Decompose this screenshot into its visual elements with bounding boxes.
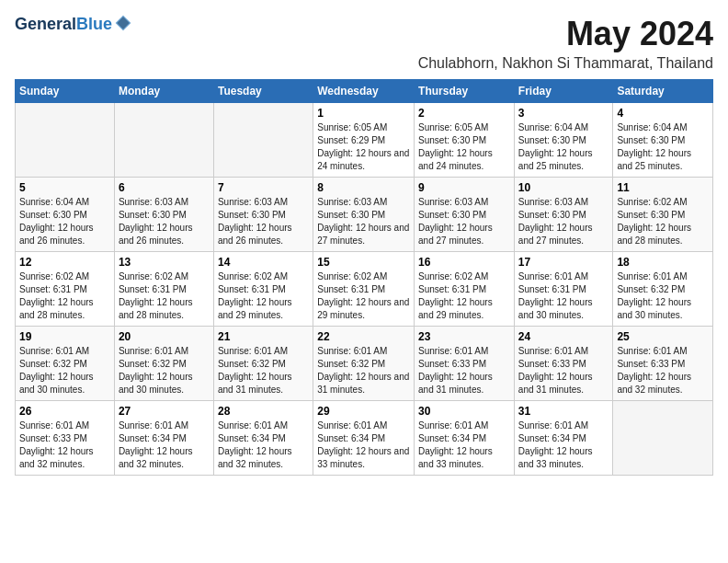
day-info: Sunrise: 6:02 AMSunset: 6:31 PMDaylight:… xyxy=(418,270,510,322)
day-number: 10 xyxy=(518,181,609,194)
calendar-cell: 2Sunrise: 6:05 AMSunset: 6:30 PMDaylight… xyxy=(415,103,515,178)
day-info: Sunrise: 6:01 AMSunset: 6:34 PMDaylight:… xyxy=(418,419,510,471)
day-info: Sunrise: 6:03 AMSunset: 6:30 PMDaylight:… xyxy=(218,196,309,247)
day-number: 3 xyxy=(518,107,609,120)
calendar-cell: 17Sunrise: 6:01 AMSunset: 6:31 PMDayligh… xyxy=(514,252,613,327)
calendar-cell: 3Sunrise: 6:04 AMSunset: 6:30 PMDaylight… xyxy=(514,103,613,178)
day-info: Sunrise: 6:01 AMSunset: 6:34 PMDaylight:… xyxy=(518,419,609,471)
day-info: Sunrise: 6:01 AMSunset: 6:33 PMDaylight:… xyxy=(617,345,709,396)
day-info: Sunrise: 6:01 AMSunset: 6:32 PMDaylight:… xyxy=(119,345,210,396)
weekday-header: Thursday xyxy=(415,80,515,103)
day-number: 28 xyxy=(218,405,309,418)
calendar-cell: 24Sunrise: 6:01 AMSunset: 6:33 PMDayligh… xyxy=(514,327,613,401)
weekday-header: Wednesday xyxy=(313,80,415,103)
day-number: 27 xyxy=(119,405,210,418)
day-info: Sunrise: 6:05 AMSunset: 6:29 PMDaylight:… xyxy=(317,121,410,173)
calendar-cell: 5Sunrise: 6:04 AMSunset: 6:30 PMDaylight… xyxy=(16,178,115,252)
calendar-cell: 12Sunrise: 6:02 AMSunset: 6:31 PMDayligh… xyxy=(16,252,115,327)
day-info: Sunrise: 6:01 AMSunset: 6:33 PMDaylight:… xyxy=(19,419,110,471)
calendar-cell: 30Sunrise: 6:01 AMSunset: 6:34 PMDayligh… xyxy=(415,401,515,476)
day-info: Sunrise: 6:01 AMSunset: 6:34 PMDaylight:… xyxy=(218,419,309,471)
day-number: 25 xyxy=(617,330,709,343)
logo: GeneralBlue xyxy=(15,15,132,34)
day-number: 7 xyxy=(218,181,309,194)
weekday-header: Monday xyxy=(114,80,213,103)
day-info: Sunrise: 6:01 AMSunset: 6:32 PMDaylight:… xyxy=(617,270,709,322)
day-number: 24 xyxy=(518,330,609,343)
day-info: Sunrise: 6:01 AMSunset: 6:33 PMDaylight:… xyxy=(518,345,609,396)
calendar-cell: 9Sunrise: 6:03 AMSunset: 6:30 PMDaylight… xyxy=(415,178,515,252)
day-number: 30 xyxy=(418,405,510,418)
weekday-header: Friday xyxy=(514,80,613,103)
calendar-cell: 7Sunrise: 6:03 AMSunset: 6:30 PMDaylight… xyxy=(213,178,313,252)
calendar-cell: 20Sunrise: 6:01 AMSunset: 6:32 PMDayligh… xyxy=(114,327,213,401)
day-number: 14 xyxy=(218,256,309,269)
day-info: Sunrise: 6:01 AMSunset: 6:33 PMDaylight:… xyxy=(418,345,510,396)
day-number: 8 xyxy=(317,181,410,194)
calendar-cell: 27Sunrise: 6:01 AMSunset: 6:34 PMDayligh… xyxy=(114,401,213,476)
day-number: 21 xyxy=(218,330,309,343)
calendar-cell xyxy=(613,401,713,476)
calendar-cell: 15Sunrise: 6:02 AMSunset: 6:31 PMDayligh… xyxy=(313,252,415,327)
day-info: Sunrise: 6:03 AMSunset: 6:30 PMDaylight:… xyxy=(119,196,210,247)
calendar-cell: 25Sunrise: 6:01 AMSunset: 6:33 PMDayligh… xyxy=(613,327,713,401)
day-info: Sunrise: 6:04 AMSunset: 6:30 PMDaylight:… xyxy=(19,196,110,247)
calendar-cell xyxy=(16,103,115,178)
day-info: Sunrise: 6:01 AMSunset: 6:34 PMDaylight:… xyxy=(119,419,210,471)
day-info: Sunrise: 6:02 AMSunset: 6:31 PMDaylight:… xyxy=(317,270,410,322)
calendar-week-row: 26Sunrise: 6:01 AMSunset: 6:33 PMDayligh… xyxy=(16,401,713,476)
calendar-cell: 18Sunrise: 6:01 AMSunset: 6:32 PMDayligh… xyxy=(613,252,713,327)
weekday-header: Saturday xyxy=(613,80,713,103)
calendar-cell: 6Sunrise: 6:03 AMSunset: 6:30 PMDaylight… xyxy=(114,178,213,252)
day-number: 1 xyxy=(317,107,410,120)
calendar-cell: 14Sunrise: 6:02 AMSunset: 6:31 PMDayligh… xyxy=(213,252,313,327)
day-info: Sunrise: 6:02 AMSunset: 6:31 PMDaylight:… xyxy=(19,270,110,322)
day-number: 4 xyxy=(617,107,709,120)
day-info: Sunrise: 6:04 AMSunset: 6:30 PMDaylight:… xyxy=(617,121,709,173)
day-number: 6 xyxy=(119,181,210,194)
weekday-header: Tuesday xyxy=(213,80,313,103)
day-info: Sunrise: 6:03 AMSunset: 6:30 PMDaylight:… xyxy=(518,196,609,247)
calendar-cell: 23Sunrise: 6:01 AMSunset: 6:33 PMDayligh… xyxy=(415,327,515,401)
day-number: 15 xyxy=(317,256,410,269)
logo-general: GeneralBlue xyxy=(15,15,112,34)
calendar-cell: 4Sunrise: 6:04 AMSunset: 6:30 PMDaylight… xyxy=(613,103,713,178)
day-info: Sunrise: 6:01 AMSunset: 6:31 PMDaylight:… xyxy=(518,270,609,322)
day-number: 23 xyxy=(418,330,510,343)
day-number: 18 xyxy=(617,256,709,269)
day-number: 12 xyxy=(19,256,110,269)
calendar-week-row: 19Sunrise: 6:01 AMSunset: 6:32 PMDayligh… xyxy=(16,327,713,401)
day-number: 13 xyxy=(119,256,210,269)
calendar-cell: 22Sunrise: 6:01 AMSunset: 6:32 PMDayligh… xyxy=(313,327,415,401)
day-info: Sunrise: 6:02 AMSunset: 6:31 PMDaylight:… xyxy=(218,270,309,322)
day-info: Sunrise: 6:03 AMSunset: 6:30 PMDaylight:… xyxy=(418,196,510,247)
calendar-table: SundayMondayTuesdayWednesdayThursdayFrid… xyxy=(15,79,713,476)
day-number: 17 xyxy=(518,256,609,269)
day-number: 22 xyxy=(317,330,410,343)
day-number: 19 xyxy=(19,330,110,343)
day-number: 20 xyxy=(119,330,210,343)
day-info: Sunrise: 6:04 AMSunset: 6:30 PMDaylight:… xyxy=(518,121,609,173)
day-info: Sunrise: 6:01 AMSunset: 6:34 PMDaylight:… xyxy=(317,419,410,471)
calendar-cell xyxy=(114,103,213,178)
day-info: Sunrise: 6:05 AMSunset: 6:30 PMDaylight:… xyxy=(418,121,510,173)
day-info: Sunrise: 6:02 AMSunset: 6:31 PMDaylight:… xyxy=(119,270,210,322)
day-number: 5 xyxy=(19,181,110,194)
calendar-cell: 28Sunrise: 6:01 AMSunset: 6:34 PMDayligh… xyxy=(213,401,313,476)
calendar-week-row: 5Sunrise: 6:04 AMSunset: 6:30 PMDaylight… xyxy=(16,178,713,252)
calendar-cell: 19Sunrise: 6:01 AMSunset: 6:32 PMDayligh… xyxy=(16,327,115,401)
day-info: Sunrise: 6:01 AMSunset: 6:32 PMDaylight:… xyxy=(218,345,309,396)
calendar-cell: 1Sunrise: 6:05 AMSunset: 6:29 PMDaylight… xyxy=(313,103,415,178)
month-year-title: May 2024 xyxy=(418,15,713,53)
calendar-cell xyxy=(213,103,313,178)
day-number: 9 xyxy=(418,181,510,194)
calendar-week-row: 12Sunrise: 6:02 AMSunset: 6:31 PMDayligh… xyxy=(16,252,713,327)
day-number: 31 xyxy=(518,405,609,418)
calendar-week-row: 1Sunrise: 6:05 AMSunset: 6:29 PMDaylight… xyxy=(16,103,713,178)
day-info: Sunrise: 6:03 AMSunset: 6:30 PMDaylight:… xyxy=(317,196,410,247)
calendar-header-row: SundayMondayTuesdayWednesdayThursdayFrid… xyxy=(16,80,713,103)
calendar-cell: 13Sunrise: 6:02 AMSunset: 6:31 PMDayligh… xyxy=(114,252,213,327)
day-info: Sunrise: 6:01 AMSunset: 6:32 PMDaylight:… xyxy=(19,345,110,396)
calendar-cell: 21Sunrise: 6:01 AMSunset: 6:32 PMDayligh… xyxy=(213,327,313,401)
weekday-header: Sunday xyxy=(16,80,115,103)
